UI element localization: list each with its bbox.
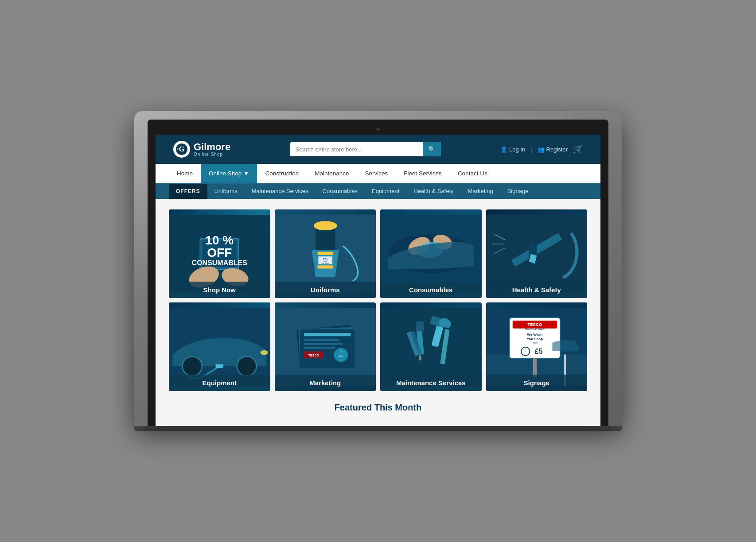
main-content: 10 % OFF CONSUMABLES Shop Now xyxy=(156,199,600,426)
svg-text:days: days xyxy=(338,355,343,357)
svg-text:Hand Car Wash: Hand Car Wash xyxy=(525,327,545,330)
site-header: G Gilmore Online Shop 🔍 xyxy=(156,135,600,164)
register-link[interactable]: 👥 Register xyxy=(538,146,568,153)
card-label-shop-now: Shop Now xyxy=(169,282,270,298)
nav-item-contact[interactable]: Contact Us xyxy=(450,164,495,183)
user-icon: 👤 xyxy=(500,146,507,153)
divider: | xyxy=(530,146,532,153)
sub-nav-item-offers[interactable]: OFFERS xyxy=(169,184,207,199)
dropdown-chevron-icon: ▼ xyxy=(243,170,249,177)
card-label-signage: Signage xyxy=(486,375,588,391)
card-uniforms[interactable]: Wiles Hand Car Wash Uniforms xyxy=(275,209,376,298)
login-link[interactable]: 👤 Log In xyxy=(500,146,525,153)
sub-nav-item-signage[interactable]: Signage xyxy=(500,183,536,199)
search-input[interactable] xyxy=(290,143,423,156)
svg-text:£5: £5 xyxy=(534,348,542,355)
nav-item-online-shop[interactable]: Online Shop ▼ xyxy=(201,164,257,183)
svg-rect-34 xyxy=(215,364,223,368)
featured-section-title: Featured This Month xyxy=(169,395,587,413)
sub-nav-link-maintenance-services[interactable]: Maintenance Services xyxy=(245,183,316,199)
nav-item-services[interactable]: Services xyxy=(357,164,396,183)
main-nav: Home Online Shop ▼ Construction xyxy=(156,164,600,183)
nav-link-fleet[interactable]: Fleet Services xyxy=(396,164,450,183)
nav-link-contact[interactable]: Contact Us xyxy=(450,164,495,183)
svg-text:TESCO: TESCO xyxy=(527,322,542,327)
screen: G Gilmore Online Shop 🔍 xyxy=(156,135,600,426)
svg-rect-42 xyxy=(304,347,335,348)
sub-nav-item-health-safety[interactable]: Health & Safety xyxy=(406,183,460,199)
card-marketing[interactable]: TESCO 7 days Marketing xyxy=(275,302,376,391)
card-maintenance-services[interactable]: Maintenance Services xyxy=(380,302,482,391)
svg-point-32 xyxy=(237,356,257,376)
card-label-consumables: Consumables xyxy=(380,282,482,298)
svg-text:From: From xyxy=(531,341,538,344)
svg-rect-48 xyxy=(380,308,482,386)
svg-rect-52 xyxy=(416,321,424,331)
product-grid-row2: Equipment xyxy=(169,302,587,391)
nav-link-construction[interactable]: Construction xyxy=(257,164,307,183)
svg-text:Wiles: Wiles xyxy=(323,258,328,260)
nav-link-maintenance[interactable]: Maintenance xyxy=(307,164,357,183)
search-button[interactable]: 🔍 xyxy=(423,142,441,156)
svg-point-31 xyxy=(183,356,202,376)
card-label-uniforms: Uniforms xyxy=(275,282,376,298)
product-grid-row1: 10 % OFF CONSUMABLES Shop Now xyxy=(169,209,587,298)
card-signage[interactable]: TESCO Hand Car Wash We Wash You Shop Fro… xyxy=(486,302,588,391)
logo-icon: G xyxy=(173,141,190,158)
sub-nav-link-equipment[interactable]: Equipment xyxy=(365,183,406,199)
sub-nav-item-marketing[interactable]: Marketing xyxy=(461,183,500,199)
nav-item-maintenance[interactable]: Maintenance xyxy=(307,164,357,183)
sub-nav-item-maintenance-services[interactable]: Maintenance Services xyxy=(245,183,316,199)
cart-icon[interactable]: 🛒 xyxy=(573,144,583,154)
brand-sub: Online Shop xyxy=(194,152,230,157)
svg-text:←: ← xyxy=(523,349,527,354)
svg-text:Hand: Hand xyxy=(323,260,327,262)
search-bar: 🔍 xyxy=(290,142,441,156)
svg-point-33 xyxy=(261,350,269,355)
shop-now-badge: 10 % OFF CONSUMABLES xyxy=(192,234,247,267)
svg-text:You Shop: You Shop xyxy=(526,337,542,341)
card-shop-now[interactable]: 10 % OFF CONSUMABLES Shop Now xyxy=(169,209,270,298)
register-icon: 👥 xyxy=(538,146,545,153)
sub-nav-item-consumables[interactable]: Consumables xyxy=(316,183,365,199)
svg-rect-12 xyxy=(317,265,333,268)
sub-nav: OFFERS Uniforms Maintenance Services Con… xyxy=(156,183,600,199)
nav-link-services[interactable]: Services xyxy=(357,164,396,183)
card-health-safety[interactable]: Health & Safety xyxy=(486,209,588,298)
svg-text:We Wash: We Wash xyxy=(527,333,542,337)
card-consumables[interactable]: Consumables xyxy=(380,209,482,298)
nav-item-fleet[interactable]: Fleet Services xyxy=(396,164,450,183)
svg-rect-11 xyxy=(317,252,333,255)
search-icon: 🔍 xyxy=(428,146,436,153)
sub-nav-link-offers[interactable]: OFFERS xyxy=(169,184,207,199)
card-label-marketing: Marketing xyxy=(275,375,376,391)
svg-text:Car Wash: Car Wash xyxy=(322,263,328,264)
sub-nav-link-signage[interactable]: Signage xyxy=(500,183,536,199)
svg-rect-40 xyxy=(304,339,339,341)
nav-link-home[interactable]: Home xyxy=(169,164,201,183)
sub-nav-link-consumables[interactable]: Consumables xyxy=(316,183,365,199)
card-equipment[interactable]: Equipment xyxy=(169,302,270,391)
sub-nav-link-health-safety[interactable]: Health & Safety xyxy=(406,183,460,199)
sub-nav-link-uniforms[interactable]: Uniforms xyxy=(207,183,245,199)
webcam xyxy=(376,128,380,131)
header-actions: 👤 Log In | 👥 Register 🛒 xyxy=(500,144,583,154)
logo[interactable]: G Gilmore Online Shop xyxy=(173,141,230,158)
sub-nav-item-uniforms[interactable]: Uniforms xyxy=(207,183,245,199)
svg-point-2 xyxy=(177,148,179,150)
nav-item-home[interactable]: Home xyxy=(169,164,201,183)
card-label-maintenance-services: Maintenance Services xyxy=(380,375,482,391)
svg-text:7: 7 xyxy=(340,351,342,354)
nav-item-construction[interactable]: Construction xyxy=(257,164,307,183)
svg-point-13 xyxy=(313,221,337,230)
nav-link-online-shop[interactable]: Online Shop ▼ xyxy=(201,164,257,183)
sub-nav-item-equipment[interactable]: Equipment xyxy=(365,183,406,199)
card-label-equipment: Equipment xyxy=(169,375,270,391)
svg-rect-41 xyxy=(304,343,343,345)
svg-text:TESCO: TESCO xyxy=(308,354,319,357)
brand-name: Gilmore xyxy=(194,142,230,152)
card-label-health-safety: Health & Safety xyxy=(486,282,588,298)
svg-text:G: G xyxy=(179,145,185,153)
svg-rect-39 xyxy=(304,333,350,336)
sub-nav-link-marketing[interactable]: Marketing xyxy=(461,183,500,199)
